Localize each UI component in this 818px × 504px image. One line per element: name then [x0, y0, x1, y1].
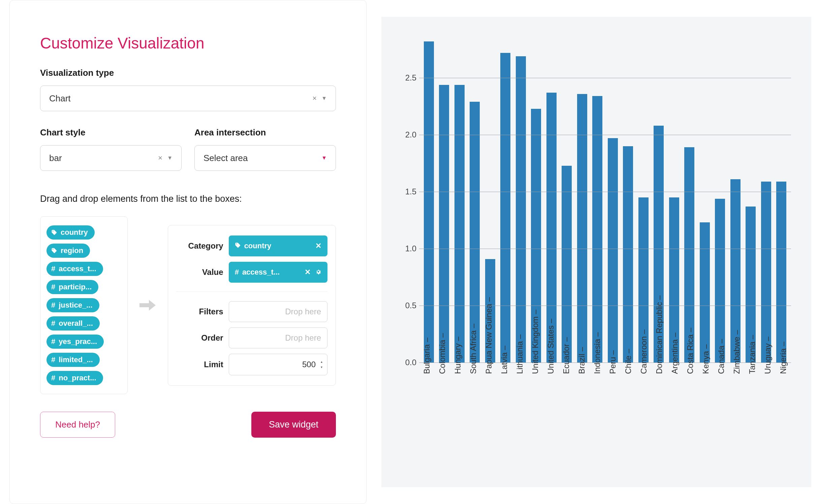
gridline [419, 78, 791, 78]
bar[interactable] [516, 56, 526, 363]
hash-icon: # [51, 319, 55, 328]
x-tick-label: Latvia – [497, 369, 512, 474]
bar-column [713, 44, 728, 363]
save-widget-button[interactable]: Save widget [251, 412, 336, 438]
category-drop-target[interactable]: country ✕ [229, 235, 327, 256]
step-down-icon[interactable]: ▾ [318, 365, 324, 370]
chart-style-label: Chart style [40, 127, 182, 138]
bar-column [559, 44, 575, 363]
field-tag[interactable]: #limited_... [46, 353, 100, 367]
panel-footer: Need help? Save widget [40, 412, 336, 438]
x-tick-label: Uruguay – [760, 369, 776, 474]
x-tick-label: Hungary – [450, 369, 466, 474]
bar[interactable] [500, 53, 510, 363]
field-tag[interactable]: #no_pract... [46, 371, 103, 385]
gridline [419, 306, 791, 306]
y-tick-label: 1.0 [405, 244, 416, 253]
bar-column [421, 44, 437, 363]
field-tag-label: overall_... [59, 319, 93, 328]
x-tick-label: United States – [543, 369, 559, 474]
remove-icon[interactable]: ✕ [305, 268, 311, 277]
drag-zone: countryregion#access_t...#particip...#ju… [40, 216, 336, 394]
bar-column [544, 44, 559, 363]
field-tag[interactable]: #overall_... [46, 316, 100, 330]
bar-column [513, 44, 529, 363]
hash-icon: # [51, 355, 55, 364]
field-tag[interactable]: #particip... [46, 280, 98, 294]
remove-icon[interactable]: ✕ [315, 242, 321, 250]
bar[interactable] [623, 146, 633, 363]
field-list: countryregion#access_t...#particip...#ju… [40, 216, 128, 394]
x-tick-label: Chile – [621, 369, 636, 474]
field-tag[interactable]: #access_t... [46, 262, 103, 276]
hash-icon: # [51, 264, 55, 273]
customize-panel: Customize Visualization Visualization ty… [9, 0, 367, 504]
bar[interactable] [608, 138, 618, 363]
separator [176, 291, 327, 292]
bar[interactable] [424, 41, 434, 363]
x-tick-label: Tanzania – [745, 369, 760, 474]
order-drop-target[interactable]: Drop here [229, 327, 327, 348]
value-field-name: access_t... [242, 268, 280, 277]
clear-icon[interactable]: × [158, 154, 162, 162]
drop-placeholder: Drop here [285, 333, 321, 343]
x-axis-labels: Bulgaria –Colombia –Hungary –South Afric… [419, 369, 791, 474]
field-tag-label: limited_... [59, 355, 93, 364]
bar[interactable] [454, 85, 465, 363]
chevron-down-icon[interactable]: ▼ [321, 95, 327, 101]
x-tick-label: Costa Rica – [683, 369, 698, 474]
field-tag[interactable]: region [46, 244, 90, 258]
bar-column [437, 44, 452, 363]
bar[interactable] [439, 85, 449, 363]
arrow-right-icon [138, 298, 158, 312]
chevron-down-icon[interactable]: ▼ [167, 155, 172, 161]
bar[interactable] [700, 222, 710, 363]
bar[interactable] [592, 96, 602, 363]
drag-instruction: Drag and drop elements from the list to … [40, 194, 336, 204]
x-tick-label: Cameroon – [636, 369, 652, 474]
bar[interactable] [776, 182, 786, 363]
drop-placeholder: Drop here [285, 307, 321, 316]
hash-icon: # [51, 301, 55, 310]
chevron-down-icon[interactable]: ▼ [321, 155, 327, 161]
area-select[interactable]: Select area ▼ [194, 145, 336, 171]
bar[interactable] [761, 182, 771, 363]
field-tag-label: country [61, 228, 88, 237]
bars-container [419, 44, 791, 363]
hash-icon: # [235, 268, 239, 277]
bar[interactable] [562, 166, 572, 363]
field-tag[interactable]: #yes_prac... [46, 335, 104, 349]
field-tag[interactable]: #justice_... [46, 298, 99, 312]
filters-drop-target[interactable]: Drop here [229, 301, 327, 322]
x-tick-label: Argentina – [667, 369, 683, 474]
value-label: Value [176, 267, 223, 277]
bar-column [621, 44, 636, 363]
chart-style-select[interactable]: bar × ▼ [40, 145, 182, 171]
limit-input[interactable]: 500 ▴ ▾ [229, 354, 327, 375]
number-stepper[interactable]: ▴ ▾ [318, 359, 324, 370]
viz-type-value: Chart [49, 93, 312, 104]
gridline [419, 192, 791, 192]
field-tag[interactable]: country [46, 225, 95, 240]
x-tick-label: Brazil – [574, 369, 590, 474]
step-up-icon[interactable]: ▴ [318, 359, 324, 364]
clear-icon[interactable]: × [312, 94, 317, 103]
field-tag-label: region [61, 246, 83, 255]
field-tag-label: access_t... [59, 264, 96, 273]
bar-column [605, 44, 621, 363]
x-tick-label: Dominican Republic – [652, 369, 667, 474]
gear-icon[interactable] [315, 268, 321, 277]
bar[interactable] [715, 199, 725, 363]
viz-type-select[interactable]: Chart × ▼ [40, 86, 336, 111]
need-help-button[interactable]: Need help? [40, 412, 115, 438]
filters-label: Filters [176, 307, 223, 316]
bar-column [743, 44, 759, 363]
tag-icon [51, 229, 57, 235]
field-tag-label: yes_prac... [59, 337, 97, 346]
field-tag-label: particip... [59, 283, 92, 291]
bar[interactable] [577, 94, 587, 363]
x-tick-label: Canada – [714, 369, 729, 474]
value-drop-target[interactable]: # access_t... ✕ [229, 262, 327, 283]
x-tick-label: Bulgaria – [419, 369, 435, 474]
panel-title: Customize Visualization [40, 34, 336, 52]
